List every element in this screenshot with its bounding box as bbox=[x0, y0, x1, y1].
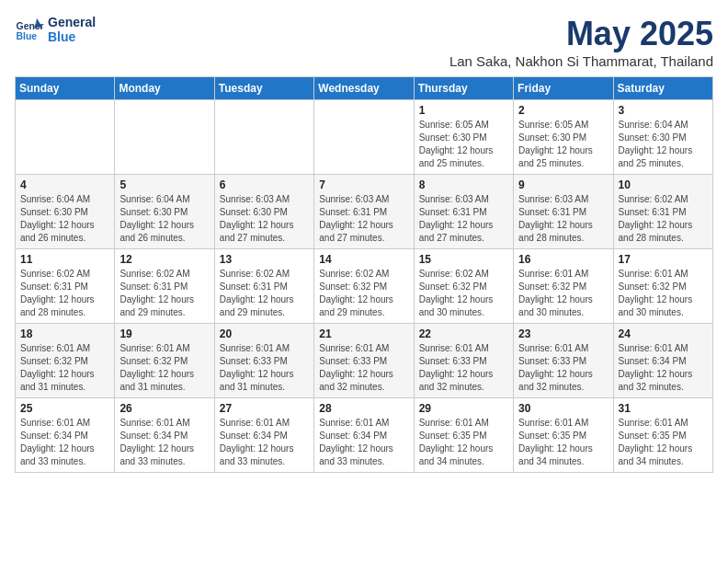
calendar-cell: 8Sunrise: 6:03 AM Sunset: 6:31 PM Daylig… bbox=[414, 175, 513, 249]
logo-line1: General bbox=[48, 15, 96, 29]
cell-info: Sunrise: 6:05 AM Sunset: 6:30 PM Dayligh… bbox=[518, 119, 608, 170]
day-number: 5 bbox=[119, 178, 209, 191]
day-number: 21 bbox=[319, 327, 408, 340]
day-number: 9 bbox=[518, 178, 608, 191]
logo-icon: General Blue bbox=[15, 15, 44, 44]
cell-info: Sunrise: 6:01 AM Sunset: 6:34 PM Dayligh… bbox=[619, 342, 708, 394]
calendar-cell: 25Sunrise: 6:01 AM Sunset: 6:34 PM Dayli… bbox=[16, 398, 115, 473]
week-row-4: 18Sunrise: 6:01 AM Sunset: 6:32 PM Dayli… bbox=[16, 324, 713, 398]
cell-info: Sunrise: 6:01 AM Sunset: 6:33 PM Dayligh… bbox=[319, 342, 408, 394]
calendar-cell: 9Sunrise: 6:03 AM Sunset: 6:31 PM Daylig… bbox=[514, 175, 613, 249]
day-number: 28 bbox=[319, 402, 408, 415]
cell-info: Sunrise: 6:01 AM Sunset: 6:35 PM Dayligh… bbox=[518, 417, 608, 468]
calendar-cell: 5Sunrise: 6:04 AM Sunset: 6:30 PM Daylig… bbox=[115, 175, 214, 249]
calendar-cell: 3Sunrise: 6:04 AM Sunset: 6:30 PM Daylig… bbox=[613, 100, 712, 175]
calendar-cell: 29Sunrise: 6:01 AM Sunset: 6:35 PM Dayli… bbox=[414, 398, 513, 473]
calendar-cell: 11Sunrise: 6:02 AM Sunset: 6:31 PM Dayli… bbox=[16, 249, 115, 324]
title-block: May 2025 Lan Saka, Nakhon Si Thammarat, … bbox=[449, 15, 713, 69]
cell-info: Sunrise: 6:01 AM Sunset: 6:33 PM Dayligh… bbox=[220, 342, 309, 394]
cell-info: Sunrise: 6:01 AM Sunset: 6:34 PM Dayligh… bbox=[20, 417, 109, 468]
cell-info: Sunrise: 6:02 AM Sunset: 6:32 PM Dayligh… bbox=[319, 268, 408, 319]
day-number: 19 bbox=[119, 327, 209, 340]
week-row-2: 4Sunrise: 6:04 AM Sunset: 6:30 PM Daylig… bbox=[16, 175, 713, 249]
cell-info: Sunrise: 6:01 AM Sunset: 6:35 PM Dayligh… bbox=[419, 417, 508, 468]
calendar-cell: 27Sunrise: 6:01 AM Sunset: 6:34 PM Dayli… bbox=[214, 398, 313, 473]
page-header: General Blue General Blue May 2025 Lan S… bbox=[15, 15, 713, 69]
day-number: 26 bbox=[119, 402, 209, 415]
calendar-cell: 14Sunrise: 6:02 AM Sunset: 6:32 PM Dayli… bbox=[314, 249, 414, 324]
calendar-body: 1Sunrise: 6:05 AM Sunset: 6:30 PM Daylig… bbox=[16, 100, 713, 473]
cell-info: Sunrise: 6:04 AM Sunset: 6:30 PM Dayligh… bbox=[20, 193, 109, 245]
calendar-cell: 16Sunrise: 6:01 AM Sunset: 6:32 PM Dayli… bbox=[514, 249, 613, 324]
cell-info: Sunrise: 6:03 AM Sunset: 6:31 PM Dayligh… bbox=[419, 193, 508, 245]
day-number: 4 bbox=[20, 178, 109, 191]
calendar-header: SundayMondayTuesdayWednesdayThursdayFrid… bbox=[16, 77, 713, 100]
calendar-cell: 30Sunrise: 6:01 AM Sunset: 6:35 PM Dayli… bbox=[514, 398, 613, 473]
day-number: 20 bbox=[220, 327, 309, 340]
day-number: 6 bbox=[220, 178, 309, 191]
calendar-cell: 24Sunrise: 6:01 AM Sunset: 6:34 PM Dayli… bbox=[613, 324, 712, 398]
calendar-cell: 26Sunrise: 6:01 AM Sunset: 6:34 PM Dayli… bbox=[115, 398, 214, 473]
calendar-cell: 4Sunrise: 6:04 AM Sunset: 6:30 PM Daylig… bbox=[16, 175, 115, 249]
calendar-cell: 19Sunrise: 6:01 AM Sunset: 6:32 PM Dayli… bbox=[115, 324, 214, 398]
cell-info: Sunrise: 6:01 AM Sunset: 6:34 PM Dayligh… bbox=[220, 417, 309, 468]
week-row-3: 11Sunrise: 6:02 AM Sunset: 6:31 PM Dayli… bbox=[16, 249, 713, 324]
cell-info: Sunrise: 6:02 AM Sunset: 6:31 PM Dayligh… bbox=[220, 268, 309, 319]
calendar-cell bbox=[115, 100, 214, 175]
location: Lan Saka, Nakhon Si Thammarat, Thailand bbox=[449, 53, 713, 69]
week-row-1: 1Sunrise: 6:05 AM Sunset: 6:30 PM Daylig… bbox=[16, 100, 713, 175]
calendar-cell: 20Sunrise: 6:01 AM Sunset: 6:33 PM Dayli… bbox=[214, 324, 313, 398]
logo-line2: Blue bbox=[48, 29, 96, 44]
calendar-cell: 12Sunrise: 6:02 AM Sunset: 6:31 PM Dayli… bbox=[115, 249, 214, 324]
day-number: 29 bbox=[419, 402, 508, 415]
day-number: 1 bbox=[419, 104, 508, 117]
cell-info: Sunrise: 6:02 AM Sunset: 6:31 PM Dayligh… bbox=[119, 268, 209, 319]
header-monday: Monday bbox=[115, 77, 214, 100]
day-number: 31 bbox=[619, 402, 708, 415]
header-saturday: Saturday bbox=[613, 77, 712, 100]
cell-info: Sunrise: 6:01 AM Sunset: 6:33 PM Dayligh… bbox=[518, 342, 608, 394]
day-number: 12 bbox=[119, 253, 209, 266]
cell-info: Sunrise: 6:04 AM Sunset: 6:30 PM Dayligh… bbox=[119, 193, 209, 245]
cell-info: Sunrise: 6:05 AM Sunset: 6:30 PM Dayligh… bbox=[419, 119, 508, 170]
cell-info: Sunrise: 6:03 AM Sunset: 6:30 PM Dayligh… bbox=[220, 193, 309, 245]
calendar-cell: 10Sunrise: 6:02 AM Sunset: 6:31 PM Dayli… bbox=[613, 175, 712, 249]
day-number: 16 bbox=[518, 253, 608, 266]
calendar-cell: 22Sunrise: 6:01 AM Sunset: 6:33 PM Dayli… bbox=[414, 324, 513, 398]
cell-info: Sunrise: 6:03 AM Sunset: 6:31 PM Dayligh… bbox=[518, 193, 608, 245]
calendar-cell: 1Sunrise: 6:05 AM Sunset: 6:30 PM Daylig… bbox=[414, 100, 513, 175]
day-number: 24 bbox=[619, 327, 708, 340]
calendar-cell: 28Sunrise: 6:01 AM Sunset: 6:34 PM Dayli… bbox=[314, 398, 414, 473]
svg-text:Blue: Blue bbox=[17, 31, 38, 41]
calendar-cell bbox=[214, 100, 313, 175]
day-number: 15 bbox=[419, 253, 508, 266]
cell-info: Sunrise: 6:03 AM Sunset: 6:31 PM Dayligh… bbox=[319, 193, 408, 245]
header-sunday: Sunday bbox=[16, 77, 115, 100]
calendar-table: SundayMondayTuesdayWednesdayThursdayFrid… bbox=[15, 76, 713, 473]
calendar-cell: 31Sunrise: 6:01 AM Sunset: 6:35 PM Dayli… bbox=[613, 398, 712, 473]
calendar-cell: 18Sunrise: 6:01 AM Sunset: 6:32 PM Dayli… bbox=[16, 324, 115, 398]
calendar-cell bbox=[314, 100, 414, 175]
day-number: 3 bbox=[619, 104, 708, 117]
header-tuesday: Tuesday bbox=[214, 77, 313, 100]
cell-info: Sunrise: 6:02 AM Sunset: 6:31 PM Dayligh… bbox=[20, 268, 109, 319]
calendar-cell: 7Sunrise: 6:03 AM Sunset: 6:31 PM Daylig… bbox=[314, 175, 414, 249]
header-friday: Friday bbox=[514, 77, 613, 100]
cell-info: Sunrise: 6:01 AM Sunset: 6:34 PM Dayligh… bbox=[119, 417, 209, 468]
day-number: 18 bbox=[20, 327, 109, 340]
cell-info: Sunrise: 6:01 AM Sunset: 6:32 PM Dayligh… bbox=[619, 268, 708, 319]
day-number: 30 bbox=[518, 402, 608, 415]
calendar-cell: 21Sunrise: 6:01 AM Sunset: 6:33 PM Dayli… bbox=[314, 324, 414, 398]
cell-info: Sunrise: 6:01 AM Sunset: 6:34 PM Dayligh… bbox=[319, 417, 408, 468]
calendar-cell: 23Sunrise: 6:01 AM Sunset: 6:33 PM Dayli… bbox=[514, 324, 613, 398]
day-number: 25 bbox=[20, 402, 109, 415]
cell-info: Sunrise: 6:02 AM Sunset: 6:32 PM Dayligh… bbox=[419, 268, 508, 319]
week-row-5: 25Sunrise: 6:01 AM Sunset: 6:34 PM Dayli… bbox=[16, 398, 713, 473]
calendar-cell bbox=[16, 100, 115, 175]
calendar-cell: 17Sunrise: 6:01 AM Sunset: 6:32 PM Dayli… bbox=[613, 249, 712, 324]
day-number: 11 bbox=[20, 253, 109, 266]
calendar-cell: 2Sunrise: 6:05 AM Sunset: 6:30 PM Daylig… bbox=[514, 100, 613, 175]
day-number: 2 bbox=[518, 104, 608, 117]
header-thursday: Thursday bbox=[414, 77, 513, 100]
cell-info: Sunrise: 6:01 AM Sunset: 6:32 PM Dayligh… bbox=[20, 342, 109, 394]
